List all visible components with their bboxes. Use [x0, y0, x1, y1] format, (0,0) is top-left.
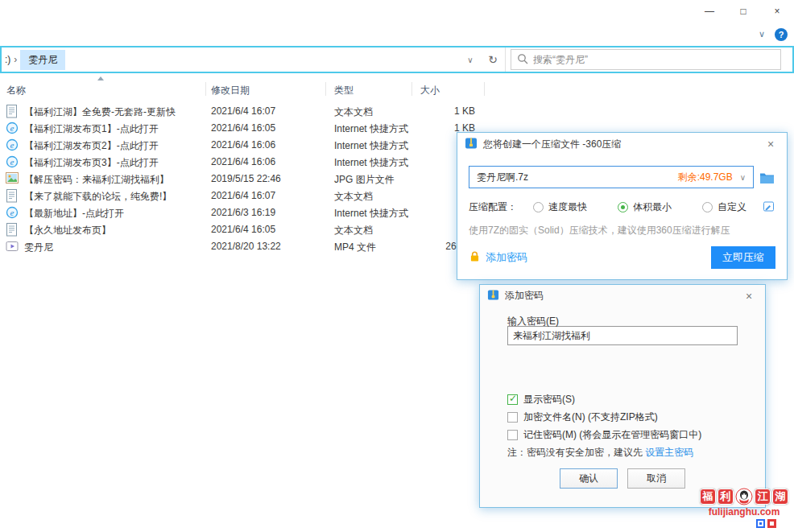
checkbox-checked-icon — [507, 394, 518, 405]
file-date: 2021/6/4 16:06 — [211, 139, 275, 151]
file-row[interactable]: 【解压密码：来福利江湖找福利】2019/5/15 22:46JPG 图片文件 — [0, 171, 487, 188]
file-row[interactable]: 【来了就能下载的论坛，纯免费!】2021/6/4 16:07文本文档 — [0, 188, 487, 204]
close-button[interactable]: × — [760, 0, 794, 23]
compress-dialog-close-button[interactable]: × — [762, 138, 780, 151]
minimize-button[interactable]: — — [693, 0, 726, 23]
mascot-icon — [735, 488, 753, 505]
file-row[interactable]: e【最新地址】-点此打开2021/6/3 16:19Internet 快捷方式 — [0, 204, 487, 221]
file-row[interactable]: 雯丹尼2021/8/20 13:22MP4 文件260,35 — [0, 238, 487, 255]
compress-option[interactable]: 自定义 — [702, 200, 746, 214]
file-name: 【解压密码：来福利江湖找福利】 — [24, 173, 169, 187]
refresh-button[interactable]: ↻ — [481, 53, 505, 66]
archive-filename[interactable]: 雯丹尼啊.7z — [477, 171, 671, 184]
breadcrumb-current[interactable]: 雯丹尼 — [20, 50, 65, 70]
password-input[interactable] — [507, 326, 738, 345]
watermark-tile: 利 — [717, 489, 734, 505]
address-dropdown-icon[interactable]: ∨ — [460, 56, 481, 64]
mini-badge-red-icon — [767, 519, 776, 530]
file-name: 雯丹尼 — [24, 241, 53, 254]
file-name: 【永久地址发布页】 — [24, 224, 111, 237]
add-password-dialog: 添加密码 × 输入密码(E) 显示密码(S)加密文件名(N) (不支持ZIP格式… — [479, 284, 766, 508]
add-password-link[interactable]: 添加密码 — [469, 250, 527, 265]
checkbox-option[interactable]: 显示密码(S) — [507, 393, 738, 406]
svg-text:e: e — [10, 157, 14, 167]
checkbox-unchecked-icon — [507, 430, 518, 440]
radio-label: 体积最小 — [633, 200, 672, 214]
password-dialog-titlebar[interactable]: 添加密码 × — [480, 285, 765, 307]
column-header-name[interactable]: 名称 — [6, 84, 26, 97]
file-size: 1 KB — [403, 105, 475, 117]
column-header-type[interactable]: 类型 — [334, 84, 354, 97]
column-separator[interactable] — [484, 82, 485, 96]
file-date: 2019/5/15 22:46 — [211, 173, 281, 184]
custom-settings-icon[interactable] — [763, 200, 775, 213]
file-type: JPG 图片文件 — [334, 173, 395, 187]
search-input[interactable] — [533, 54, 775, 65]
file-row[interactable]: 【永久地址发布页】2021/6/4 16:05文本文档 — [0, 221, 487, 238]
compress-dialog-titlebar[interactable]: 您将创建一个压缩文件 -360压缩 × — [457, 133, 787, 155]
file-type: Internet 快捷方式 — [334, 156, 408, 170]
sort-ascending-icon[interactable] — [97, 76, 104, 80]
video-file-icon — [6, 240, 19, 254]
file-date: 2021/6/3 16:19 — [211, 207, 275, 218]
set-master-password-link[interactable]: 设置主密码 — [645, 447, 693, 458]
archive-name-dropdown-icon[interactable]: ∨ — [740, 173, 746, 182]
compress-now-button[interactable]: 立即压缩 — [711, 246, 775, 269]
file-type: Internet 快捷方式 — [334, 122, 408, 136]
watermark-tile: 湖 — [772, 489, 788, 505]
browse-folder-icon[interactable] — [759, 171, 775, 184]
file-row[interactable]: e【福利江湖发布页3】-点此打开2021/6/4 16:06Internet 快… — [0, 154, 487, 171]
breadcrumb-drive[interactable]: :) — [5, 54, 10, 65]
search-box[interactable] — [511, 49, 781, 70]
column-header-size[interactable]: 大小 — [420, 84, 440, 97]
lock-icon — [469, 250, 481, 265]
password-dialog-close-button[interactable]: × — [740, 290, 758, 303]
file-row[interactable]: e【福利江湖发布页1】-点此打开2021/6/4 16:05Internet 快… — [0, 120, 487, 137]
compress-dialog: 您将创建一个压缩文件 -360压缩 × 雯丹尼啊.7z 剩余:49.7GB ∨ … — [457, 132, 788, 280]
checkbox-option[interactable]: 记住密码(M) (将会显示在管理密码窗口中) — [507, 428, 738, 441]
radio-checked-icon — [618, 202, 628, 212]
column-separator[interactable] — [411, 82, 412, 96]
watermark-badges — [697, 518, 791, 532]
compress-option[interactable]: 体积最小 — [618, 200, 672, 214]
compress-option[interactable]: 速度最快 — [533, 200, 587, 214]
watermark: 福利江湖 fulijianghu.com — [697, 488, 791, 532]
watermark-domain: fulijianghu.com — [697, 506, 791, 518]
ie-file-icon: e — [6, 122, 19, 135]
file-type: Internet 快捷方式 — [334, 207, 408, 221]
file-row[interactable]: 【福利江湖】全免费-无套路-更新快2021/6/4 16:07文本文档1 KB — [0, 103, 487, 120]
column-separator[interactable] — [325, 82, 326, 96]
archive-name-input[interactable]: 雯丹尼啊.7z 剩余:49.7GB ∨ — [469, 166, 754, 188]
maximize-button[interactable]: □ — [726, 0, 760, 23]
ribbon-collapse-icon[interactable]: ∨ — [759, 29, 765, 39]
add-password-label: 添加密码 — [486, 250, 527, 265]
radio-label: 速度最快 — [548, 200, 587, 214]
ie-file-icon: e — [6, 206, 19, 220]
compress-dialog-body: 雯丹尼啊.7z 剩余:49.7GB ∨ 压缩配置： 速度最快体积最小自定义 使用… — [457, 166, 787, 269]
confirm-button[interactable]: 确认 — [560, 468, 618, 489]
file-date: 2021/8/20 13:22 — [211, 241, 281, 252]
file-type: Internet 快捷方式 — [334, 139, 408, 153]
radio-unchecked-icon — [702, 202, 713, 212]
address-bar: :) › 雯丹尼 ∨ ↻ — [2, 47, 506, 72]
text-file-icon — [6, 223, 19, 237]
search-icon — [517, 53, 528, 67]
help-button[interactable]: ? — [775, 28, 788, 41]
watermark-tiles: 福利江湖 — [697, 488, 791, 505]
file-list: 【福利江湖】全免费-无套路-更新快2021/6/4 16:07文本文档1 KBe… — [0, 103, 487, 255]
disk-space-remaining: 剩余:49.7GB — [678, 171, 733, 184]
column-separator[interactable] — [205, 82, 206, 96]
checkbox-option[interactable]: 加密文件名(N) (不支持ZIP格式) — [507, 410, 738, 423]
360zip-icon — [487, 289, 499, 303]
text-file-icon — [6, 105, 19, 118]
password-dialog-title: 添加密码 — [505, 289, 734, 303]
file-date: 2021/6/4 16:07 — [211, 105, 275, 117]
password-note-text: 注：密码没有安全加密，建议先 — [507, 447, 645, 458]
radio-unchecked-icon — [533, 202, 544, 212]
window-titlebar: — □ × — [0, 0, 794, 23]
ribbon-row: ∨ ? — [0, 23, 794, 46]
cancel-button[interactable]: 取消 — [627, 468, 685, 489]
file-row[interactable]: e【福利江湖发布页2】-点此打开2021/6/4 16:06Internet 快… — [0, 137, 487, 154]
breadcrumb-separator-icon: › — [14, 54, 17, 65]
column-header-date[interactable]: 修改日期 — [211, 84, 250, 97]
